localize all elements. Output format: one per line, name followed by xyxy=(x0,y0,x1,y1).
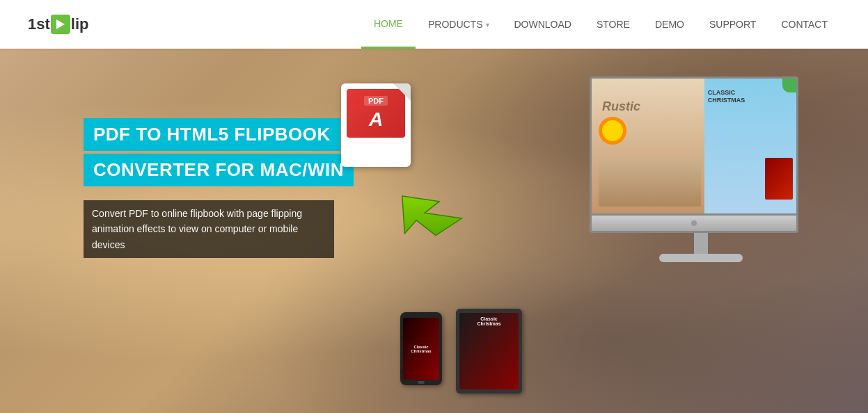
nav-item-products[interactable]: PRODUCTS ▾ xyxy=(416,0,502,49)
screen-right-panel: Classic CHRISTMAS xyxy=(704,79,796,213)
screen-left-panel: Rustic xyxy=(592,79,704,213)
pdf-icon-body: PDF A xyxy=(341,83,411,167)
hero-description: Convert PDF to online flipbook with page… xyxy=(84,200,334,258)
tablet-device: ClassicChristmas xyxy=(456,309,526,399)
screen-sunflower xyxy=(602,120,623,141)
tablet-screen: ClassicChristmas xyxy=(459,313,519,389)
phone-screen: ClassicChristmas xyxy=(403,318,439,380)
pdf-corner-fold xyxy=(393,83,411,101)
phone-body: ClassicChristmas xyxy=(400,312,442,385)
tablet-text: ClassicChristmas xyxy=(477,316,500,326)
hero-title-line2: CONVERTER FOR MAC/WIN xyxy=(84,154,354,186)
screen-classic-text: Classic CHRISTMAS xyxy=(708,89,745,104)
pdf-label-text: PDF xyxy=(364,96,388,106)
tablet-screen-content: ClassicChristmas xyxy=(459,313,519,389)
screen-red-item xyxy=(765,158,793,200)
logo[interactable]: 1st lip xyxy=(28,15,88,34)
nav-item-support[interactable]: SUPPORT xyxy=(697,0,768,49)
monitor-screen-content: Rustic Classic CHRISTMAS xyxy=(592,79,796,213)
logo-icon xyxy=(51,15,70,34)
logo-text-suffix: lip xyxy=(71,15,89,33)
screen-rustic-text: Rustic xyxy=(602,99,640,114)
monitor-screen: Rustic Classic CHRISTMAS xyxy=(590,76,798,216)
acrobat-symbol: A xyxy=(369,108,383,131)
hero-section: PDF TO HTML5 FLIPBOOK CONVERTER FOR MAC/… xyxy=(0,49,868,413)
nav-item-store[interactable]: STORE xyxy=(584,0,642,49)
tablet-body: ClassicChristmas xyxy=(456,309,522,394)
nav-item-home[interactable]: HOME xyxy=(361,0,416,49)
conversion-arrow xyxy=(379,184,463,257)
chevron-down-icon: ▾ xyxy=(486,21,489,29)
main-nav: HOME PRODUCTS ▾ DOWNLOAD STORE DEMO SUPP… xyxy=(361,0,840,49)
nav-item-demo[interactable]: DEMO xyxy=(642,0,697,49)
svg-marker-0 xyxy=(386,184,463,254)
desktop-monitor: Rustic Classic CHRISTMAS xyxy=(590,76,812,262)
hero-title-line1: PDF TO HTML5 FLIPBOOK xyxy=(84,118,340,151)
pdf-icon: PDF A xyxy=(341,83,418,174)
monitor-bezel-bottom xyxy=(590,216,798,233)
phone-home-button xyxy=(418,381,425,384)
phone-device: ClassicChristmas xyxy=(400,312,448,392)
hero-text-block: PDF TO HTML5 FLIPBOOK CONVERTER FOR MAC/… xyxy=(84,118,354,258)
monitor-neck xyxy=(694,233,708,254)
nav-item-download[interactable]: DOWNLOAD xyxy=(502,0,584,49)
monitor-power-dot xyxy=(691,220,697,226)
site-header: 1st lip HOME PRODUCTS ▾ DOWNLOAD STORE D… xyxy=(0,0,868,49)
nav-item-contact[interactable]: CONTACT xyxy=(768,0,840,49)
monitor-foot xyxy=(659,254,743,262)
logo-text-prefix: 1st xyxy=(28,15,50,33)
